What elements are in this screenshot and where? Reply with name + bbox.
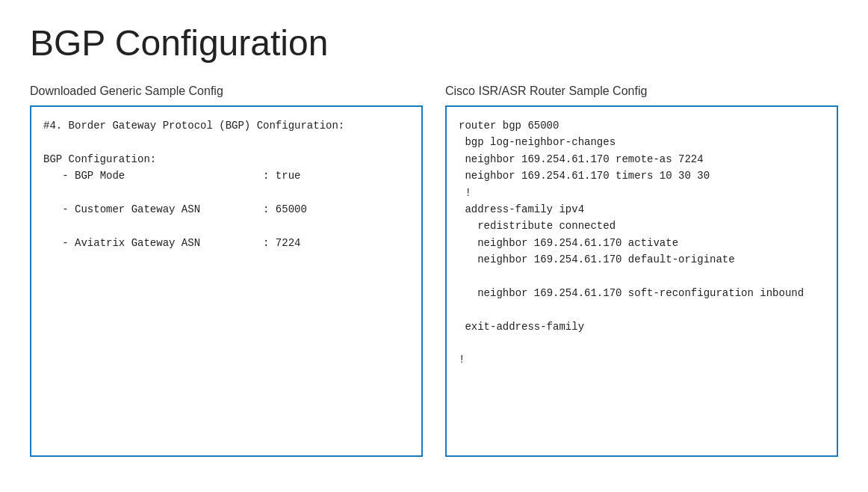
left-config-box: #4. Border Gateway Protocol (BGP) Config… [30,105,423,457]
configs-container: Downloaded Generic Sample Config #4. Bor… [30,84,838,457]
right-config-section: Cisco ISR/ASR Router Sample Config route… [445,84,838,457]
right-config-label: Cisco ISR/ASR Router Sample Config [445,84,838,98]
right-config-box: router bgp 65000 bgp log-neighbor-change… [445,105,838,457]
left-config-label: Downloaded Generic Sample Config [30,84,423,98]
page-title: BGP Configuration [30,22,838,64]
left-config-section: Downloaded Generic Sample Config #4. Bor… [30,84,423,457]
